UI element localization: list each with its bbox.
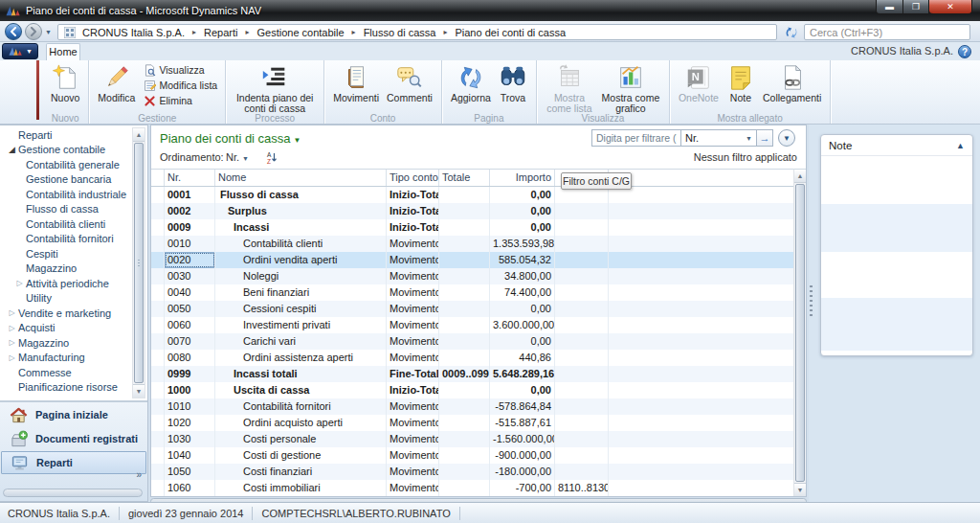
cell-tipo-conto[interactable]: Fine-Totale <box>387 366 439 382</box>
table-row[interactable]: 0999Incassi totaliFine-Totale0009..09995… <box>151 366 793 382</box>
cell-nome[interactable]: Ordini assistenza aperti <box>215 350 387 366</box>
cell-importo[interactable]: 440,86 <box>490 350 555 366</box>
note-button[interactable]: Note <box>723 61 759 105</box>
cell-tipo-conto[interactable]: Movimento <box>387 333 439 350</box>
cell-importo[interactable]: 0,00 <box>490 203 555 219</box>
cell-tipo-conto[interactable]: Movimento <box>387 252 439 268</box>
cell-filtro-conti[interactable] <box>555 447 609 464</box>
breadcrumb-item[interactable]: Piano dei conti di cassa <box>453 27 568 38</box>
cell-tipo-conto[interactable]: Inizio-Totale <box>387 187 439 203</box>
sidebar-item-contabilit-clienti[interactable]: Contabilità clienti <box>0 216 132 232</box>
breadcrumb-item[interactable]: Reparti <box>202 27 239 38</box>
cell-filtro-conti[interactable] <box>555 219 609 236</box>
cell-nr[interactable]: 1010 <box>165 398 215 415</box>
nuovo-button[interactable]: Nuovo <box>47 61 83 105</box>
activity-button-reparti[interactable]: Reparti <box>1 451 146 474</box>
apply-filter-button[interactable]: → <box>757 129 773 147</box>
tree-collapsed-icon[interactable]: ▷ <box>6 324 18 332</box>
tree-collapsed-icon[interactable]: ▷ <box>6 353 18 362</box>
notes-header[interactable]: Note ▲ <box>821 135 972 156</box>
forward-button[interactable] <box>25 23 42 40</box>
cell-filtro-conti[interactable] <box>555 382 609 398</box>
cell-tipo-conto[interactable]: Movimento <box>387 350 439 366</box>
tree-collapsed-icon[interactable]: ▷ <box>6 338 18 347</box>
cell-totale[interactable] <box>439 236 490 252</box>
cell-importo[interactable]: -700,00 <box>490 480 555 496</box>
tab-home[interactable]: Home <box>46 43 80 60</box>
activity-button-pagina-iniziale[interactable]: Pagina iniziale <box>1 403 146 426</box>
cell-importo[interactable]: 1.353.593,98 <box>490 236 555 252</box>
cell-tipo-conto[interactable]: Movimento <box>387 398 439 415</box>
cell-filtro-conti[interactable] <box>555 268 609 284</box>
cell-importo[interactable]: 0,00 <box>490 382 555 398</box>
row-selector[interactable] <box>151 382 165 398</box>
cell-importo[interactable]: 0,00 <box>490 219 555 236</box>
cell-tipo-conto[interactable]: Movimento <box>387 431 439 447</box>
cell-tipo-conto[interactable]: Inizio-Totale <box>387 203 439 219</box>
pane-resize-grip[interactable] <box>810 285 813 318</box>
table-row[interactable]: 1000Uscita di cassaInizio-Totale0,00 <box>151 382 793 398</box>
cell-importo[interactable]: 74.400,00 <box>490 284 555 301</box>
cell-nr[interactable]: 0009 <box>165 219 215 236</box>
collapse-chevron-icon[interactable]: ▲ <box>956 141 965 150</box>
sort-ascending-icon[interactable]: AZ <box>264 151 278 165</box>
cell-nome[interactable]: Contabilità clienti <box>215 236 387 252</box>
cell-nome[interactable]: Investimenti privati <box>215 317 387 333</box>
tree-collapsed-icon[interactable]: ▷ <box>6 308 18 317</box>
back-button[interactable] <box>5 23 22 40</box>
cell-nome[interactable]: Costi finanziari <box>215 464 387 480</box>
cell-nr[interactable]: 0040 <box>165 284 215 301</box>
sidebar-item-utility[interactable]: Utility <box>0 291 132 307</box>
cell-nr[interactable]: 0010 <box>165 236 215 252</box>
table-row[interactable]: 1030Costi personaleMovimento-1.560.000,0… <box>151 431 793 447</box>
cell-totale[interactable] <box>439 284 490 301</box>
cell-nome[interactable]: Noleggi <box>215 268 387 284</box>
expand-filter-chevron[interactable]: ▼ <box>778 129 795 147</box>
trova-button[interactable]: Trova <box>495 61 531 105</box>
cell-filtro-conti[interactable] <box>555 236 609 252</box>
table-row[interactable]: 0080Ordini assistenza apertiMovimento440… <box>151 350 793 366</box>
cell-totale[interactable] <box>439 252 490 268</box>
row-selector[interactable] <box>151 366 165 382</box>
table-row[interactable]: 0030NoleggiMovimento34.800,00 <box>151 268 793 284</box>
table-row[interactable]: 1020Ordini acquisto apertiMovimento-515.… <box>151 415 793 431</box>
movimenti-button[interactable]: Movimenti <box>329 61 383 105</box>
cell-totale[interactable] <box>439 431 490 447</box>
breadcrumb-item[interactable]: Flusso di cassa <box>362 27 438 38</box>
cell-nr[interactable]: 1030 <box>165 431 215 447</box>
sidebar-horizontal-scrollbar[interactable] <box>3 489 143 497</box>
cell-importo[interactable]: 3.600.000,00 <box>490 317 555 333</box>
cell-filtro-conti[interactable] <box>555 203 609 219</box>
cell-nr[interactable]: 1020 <box>165 415 215 431</box>
cell-filtro-conti[interactable] <box>555 350 609 366</box>
maximize-button[interactable]: ❐ <box>903 0 929 14</box>
row-selector[interactable] <box>151 187 165 203</box>
cell-nome[interactable]: Ordini acquisto aperti <box>215 415 387 431</box>
table-row[interactable]: 1060Costi immobiliariMovimento-700,00811… <box>151 480 793 496</box>
scrollbar-thumb[interactable] <box>795 184 805 482</box>
sidebar-item-attivit-periodiche[interactable]: ▷Attività periodiche <box>0 276 132 291</box>
scrollbar-thumb[interactable] <box>134 143 144 383</box>
modifica-button[interactable]: Modifica <box>94 61 139 105</box>
cell-nome[interactable]: Contabilità fornitori <box>215 398 387 415</box>
column-header-nr-[interactable]: Nr. <box>165 170 215 186</box>
cell-nome[interactable]: Ordini vendita aperti <box>215 252 387 268</box>
cell-nr[interactable]: 0001 <box>165 187 215 203</box>
cell-filtro-conti[interactable] <box>555 366 609 382</box>
sidebar-item-vendite-e-marketing[interactable]: ▷Vendite e marketing <box>0 306 132 321</box>
breadcrumb-item[interactable]: Gestione contabile <box>255 27 345 38</box>
cell-nr[interactable]: 0050 <box>165 301 215 317</box>
row-selector[interactable] <box>151 252 165 268</box>
cell-totale[interactable] <box>439 350 490 366</box>
cell-nr[interactable]: 0080 <box>165 350 215 366</box>
cell-importo[interactable]: 0,00 <box>490 187 555 203</box>
column-header-importo[interactable]: Importo <box>490 170 555 186</box>
cell-nr[interactable]: 0020 <box>165 252 215 268</box>
cell-nome[interactable]: Costi immobiliari <box>215 480 387 496</box>
row-selector[interactable] <box>151 236 165 252</box>
cell-filtro-conti[interactable] <box>555 284 609 301</box>
cell-totale[interactable] <box>439 301 490 317</box>
table-row[interactable]: 1050Costi finanziariMovimento-180.000,00 <box>151 464 793 480</box>
cell-totale[interactable] <box>439 415 490 431</box>
breadcrumb-item[interactable]: CRONUS Italia S.p.A. <box>80 27 187 38</box>
